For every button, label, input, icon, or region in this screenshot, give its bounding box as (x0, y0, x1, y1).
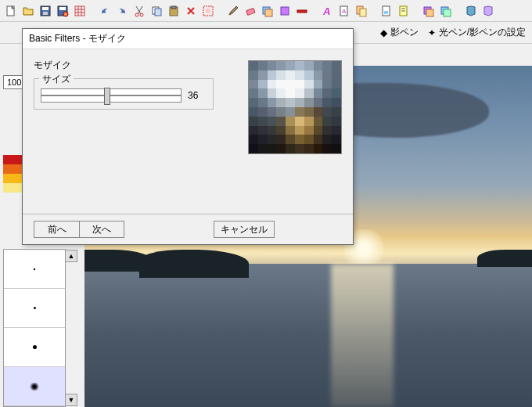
size-value: 36 (188, 90, 207, 101)
brush-item[interactable] (4, 289, 65, 328)
svg-rect-38 (444, 9, 451, 16)
svg-rect-29 (360, 9, 366, 16)
svg-point-13 (140, 13, 143, 16)
svg-rect-22 (265, 9, 272, 16)
svg-text:A: A (322, 5, 330, 17)
svg-rect-15 (155, 9, 161, 16)
svg-rect-36 (426, 9, 433, 16)
new-icon[interactable] (3, 3, 19, 19)
eraser-icon[interactable] (243, 3, 258, 19)
save-as-icon[interactable] (55, 3, 70, 19)
size-fieldset: サイズ 36 (34, 78, 214, 110)
size-label: サイズ (39, 73, 74, 86)
shadow-pen-option[interactable]: ◆ 影ペン (380, 26, 419, 39)
svg-text:A: A (342, 8, 347, 15)
save-icon[interactable] (38, 3, 53, 19)
paste-icon[interactable] (166, 3, 182, 19)
redo-icon[interactable] (114, 3, 130, 19)
prev-button[interactable]: 前へ (34, 221, 79, 238)
pal-a-icon[interactable] (421, 3, 437, 19)
open-icon[interactable] (20, 3, 36, 19)
cancel-button[interactable]: キャンセル (214, 221, 275, 238)
brush-item[interactable] (4, 367, 65, 406)
layers-icon[interactable] (260, 3, 275, 19)
light-pen-settings[interactable]: ✦ 光ペン/影ペンの設定 (428, 26, 526, 39)
about-icon[interactable] (480, 3, 496, 19)
delete-icon[interactable] (183, 3, 199, 19)
dup-icon[interactable] (354, 3, 369, 19)
svg-rect-24 (297, 10, 307, 13)
help-icon[interactable] (463, 3, 479, 19)
next-button[interactable]: 次へ (79, 221, 124, 238)
dialog-buttons: 前へ 次へ キャンセル (23, 214, 353, 244)
slider-thumb[interactable] (104, 88, 110, 105)
grid-icon[interactable] (72, 3, 88, 19)
svg-rect-31 (384, 11, 388, 14)
svg-rect-17 (171, 6, 176, 9)
svg-rect-19 (206, 9, 210, 13)
filter-dialog: Basic Filters - モザイク モザイク サイズ 36 前へ 次へ キ… (22, 28, 354, 245)
scroll-down-icon[interactable]: ▼ (65, 394, 77, 406)
select-all-icon[interactable] (200, 3, 216, 19)
text-outline-icon[interactable]: A (336, 3, 352, 19)
scroll-up-icon[interactable]: ▲ (65, 250, 77, 262)
svg-rect-5 (59, 7, 66, 10)
undo-icon[interactable] (97, 3, 113, 19)
svg-rect-3 (43, 12, 48, 15)
svg-rect-2 (42, 7, 49, 10)
size-slider[interactable] (41, 88, 182, 103)
pal-b-icon[interactable] (438, 3, 454, 19)
svg-rect-20 (246, 8, 255, 15)
svg-point-6 (63, 12, 68, 16)
cut-icon[interactable] (131, 3, 147, 19)
brush-item[interactable] (4, 250, 65, 289)
brush-list: ▲ ▼ (3, 249, 66, 407)
copy-icon[interactable] (149, 3, 164, 19)
options-icon[interactable] (294, 3, 310, 19)
svg-point-12 (135, 13, 138, 16)
picker-icon[interactable] (277, 3, 293, 19)
main-toolbar: A A (0, 0, 532, 22)
svg-rect-7 (75, 6, 84, 16)
filter-preview (248, 60, 342, 154)
doc-a-icon[interactable] (379, 3, 394, 19)
brush-icon[interactable] (225, 3, 241, 19)
dialog-title: Basic Filters - モザイク (23, 29, 353, 49)
doc-b-icon[interactable] (396, 3, 412, 19)
svg-rect-23 (281, 7, 289, 15)
brush-item[interactable] (4, 328, 65, 367)
text-a-icon[interactable]: A (319, 3, 335, 19)
